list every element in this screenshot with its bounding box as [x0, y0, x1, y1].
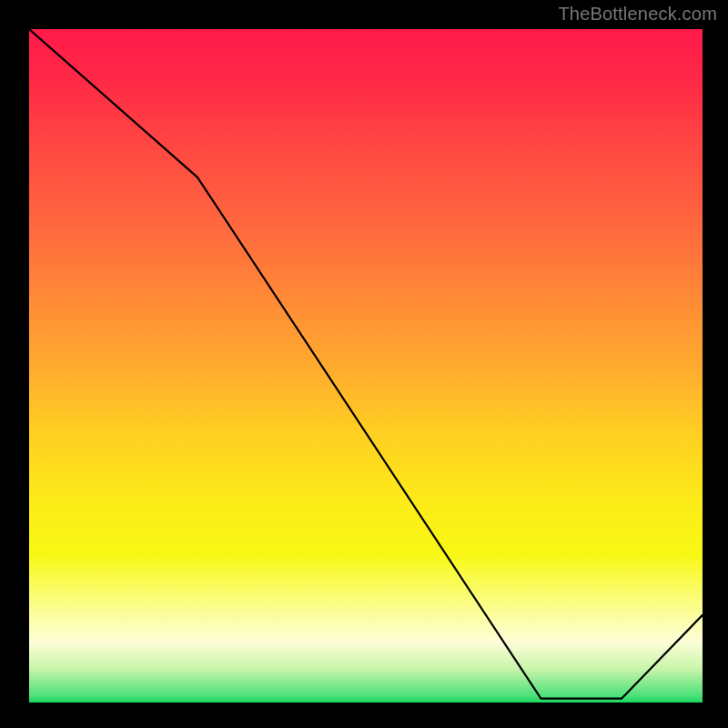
- attribution-text: TheBottleneck.com: [558, 4, 717, 25]
- chart-plot-area: [29, 29, 703, 703]
- chart-line-layer: [29, 29, 703, 703]
- chart-line: [29, 29, 703, 699]
